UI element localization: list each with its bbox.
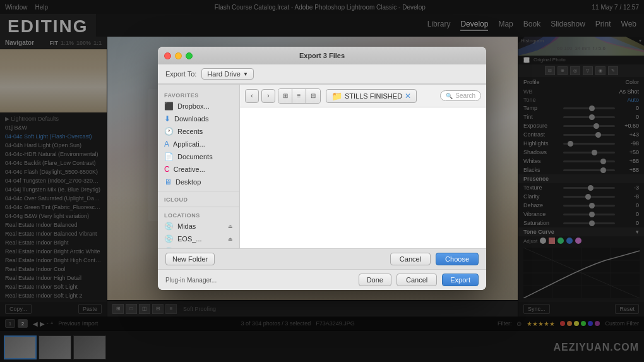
fb-dropbox[interactable]: ⬛ Dropbox... [158,100,239,112]
drive-icon-1: 💿 [164,222,174,231]
chevron-down-icon: ▼ [243,71,248,77]
favorites-section-label: Favorites [158,90,239,100]
choose-button[interactable]: Choose [436,253,479,265]
dropbox-icon: ⬛ [164,102,174,111]
gdri1-label: G-DRI... [177,248,203,248]
locations-section-label: Locations [158,210,239,220]
export-action-buttons: Done Cancel Export [359,274,479,286]
fb-content[interactable] [240,107,486,248]
downloads-icon: ⬇ [164,114,170,123]
applications-icon: A [164,140,169,148]
fb-gdri1[interactable]: 💿 G-DRI... ⏏ [158,245,239,248]
plugin-manager-button[interactable]: Plug-in Manager... [165,277,217,284]
dropbox-label: Dropbox... [177,102,210,110]
fb-eos[interactable]: 💿 EOS_... ⏏ [158,232,239,245]
fb-desktop[interactable]: 🖥 Desktop [158,176,239,188]
export-destination-dropdown[interactable]: Hard Drive ▼ [201,68,254,80]
recents-icon: 🕐 [164,127,174,136]
current-folder-name: STILLS FINISHED [345,92,402,100]
export-to-row: Export To: Hard Drive ▼ [158,64,486,84]
close-button[interactable] [164,52,171,59]
downloads-label: Downloads [174,115,208,123]
documents-icon: 📄 [164,152,174,161]
fb-recents[interactable]: 🕐 Recents [158,125,239,138]
eject-icon-2[interactable]: ⏏ [228,236,233,242]
export-dialog: Export 3 Files Export To: Hard Drive ▼ F… [158,47,486,290]
recents-label: Recents [177,128,203,135]
forward-button[interactable]: › [261,89,275,103]
creative-icon: C [164,165,170,174]
documents-label: Documents [177,153,213,160]
search-placeholder: Search [455,92,475,99]
fb-sidebar: Favorites ⬛ Dropbox... ⬇ Downloads 🕐 Rec… [158,85,240,248]
dialog-title: Export 3 Files [299,52,345,59]
sidebar-divider-2 [158,207,239,207]
desktop-label: Desktop [176,178,201,186]
file-browser: Favorites ⬛ Dropbox... ⬇ Downloads 🕐 Rec… [158,84,486,248]
fb-main: ‹ › ⊞ ≡ ⊟ 📁 STILLS FINISHED ✕ 🔍 Searc [240,85,486,248]
fb-applications[interactable]: A Applicati... [158,138,239,150]
export-bottom-bar: Plug-in Manager... Done Cancel Export [158,269,486,290]
fb-documents[interactable]: 📄 Documents [158,150,239,163]
dialog-titlebar: Export 3 Files [158,47,486,64]
export-to-label: Export To: [165,70,196,78]
minimize-button[interactable] [175,52,182,59]
dialog-overlay: Export 3 Files Export To: Hard Drive ▼ F… [0,0,644,362]
cancel-button[interactable]: Cancel [390,253,431,265]
icloud-section-label: iCloud [158,194,239,204]
folder-icon: 📁 [331,91,342,101]
eos-label: EOS_... [177,235,202,243]
done-button[interactable]: Done [359,274,391,286]
export-button[interactable]: Export [442,274,479,286]
sidebar-divider-1 [158,191,239,191]
icon-view-btn[interactable]: ⊞ [278,89,292,103]
desktop-icon: 🖥 [164,178,172,186]
column-view-btn[interactable]: ⊟ [306,89,320,103]
eject-icon-1[interactable]: ⏏ [228,224,233,229]
view-buttons: ⊞ ≡ ⊟ [278,88,321,104]
drive-icon-2: 💿 [164,234,174,243]
new-folder-button[interactable]: New Folder [165,253,215,265]
search-icon: 🔍 [446,93,453,99]
fb-midas[interactable]: 💿 Midas ⏏ [158,220,239,232]
maximize-button[interactable] [186,52,193,59]
midas-label: Midas [177,222,196,230]
creative-label: Creative... [174,166,205,173]
folder-clear-icon[interactable]: ✕ [405,92,411,100]
traffic-lights [164,52,193,59]
search-box: 🔍 Search [440,90,481,101]
fb-downloads[interactable]: ⬇ Downloads [158,112,239,125]
back-button[interactable]: ‹ [245,89,259,103]
export-cancel-button[interactable]: Cancel [397,274,437,286]
drive-icon-3: 💿 [164,247,174,248]
fb-toolbar: ‹ › ⊞ ≡ ⊟ 📁 STILLS FINISHED ✕ 🔍 Searc [240,85,486,107]
export-destination-label: Hard Drive [207,70,241,78]
current-folder-display: 📁 STILLS FINISHED ✕ [326,89,417,103]
fb-creative[interactable]: C Creative... [158,163,239,176]
list-view-btn[interactable]: ≡ [292,89,306,103]
applications-label: Applicati... [173,140,205,148]
dialog-bottom-bar: New Folder Cancel Choose [158,248,486,269]
dialog-actions: Cancel Choose [390,253,479,265]
